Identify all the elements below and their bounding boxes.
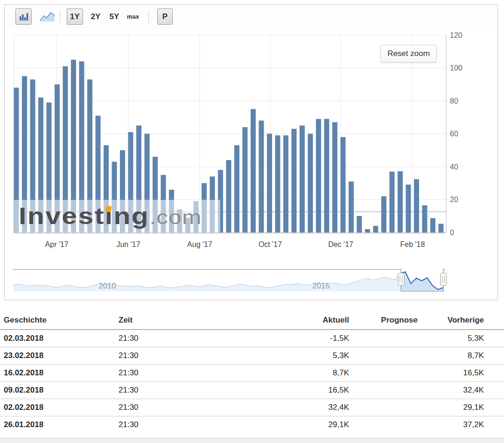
y-tick-label: 40 xyxy=(450,163,458,171)
bar[interactable] xyxy=(414,179,419,232)
cell-date: 02.02.2018 xyxy=(0,399,115,416)
cell-date: 02.03.2018 xyxy=(0,330,115,347)
cell-actual: 29,1K xyxy=(227,416,353,434)
bar[interactable] xyxy=(30,79,35,232)
bar[interactable] xyxy=(63,66,68,232)
bar[interactable] xyxy=(234,145,239,232)
bar[interactable] xyxy=(128,132,133,232)
bar[interactable] xyxy=(243,127,248,232)
bar[interactable] xyxy=(55,84,60,232)
history-row: 09.02.201821:3016,5K32,4K xyxy=(0,382,504,399)
bar[interactable] xyxy=(47,103,52,232)
cell-forecast xyxy=(353,416,421,434)
x-tick-label: Aug '17 xyxy=(187,240,212,248)
range-5y-button[interactable]: 5Y xyxy=(107,8,122,25)
bar[interactable] xyxy=(161,175,166,232)
bar[interactable] xyxy=(104,145,109,232)
bar[interactable] xyxy=(373,226,378,232)
cell-previous: 8,7K xyxy=(421,347,488,365)
bar[interactable] xyxy=(439,224,444,232)
history-row: 02.03.201821:30-1,5K5,3K xyxy=(0,330,504,347)
range-1y-button[interactable]: 1Y xyxy=(67,8,83,25)
bar[interactable] xyxy=(259,120,264,232)
bar[interactable] xyxy=(120,150,125,232)
cell-previous: 32,4K xyxy=(421,382,488,399)
bar[interactable] xyxy=(226,160,231,232)
bar[interactable] xyxy=(381,196,386,232)
cell-forecast xyxy=(353,365,421,382)
bar[interactable] xyxy=(275,135,280,232)
history-row: 02.02.201821:3032,4K29,1K xyxy=(0,399,504,416)
y-tick-label: 60 xyxy=(450,130,458,138)
bar[interactable] xyxy=(14,88,19,232)
bar[interactable] xyxy=(185,218,190,232)
cell-forecast xyxy=(353,399,421,416)
history-table: GeschichteZeitAktuellPrognoseVorherige 0… xyxy=(0,311,504,433)
nav-year-label: 2010 xyxy=(98,281,116,290)
bar[interactable] xyxy=(292,129,297,232)
col-header-prognose: Prognose xyxy=(353,311,421,330)
cell-actual: 5,3K xyxy=(227,347,353,365)
bar[interactable] xyxy=(153,157,158,232)
x-tick-label: Dec '17 xyxy=(328,240,353,248)
bar[interactable] xyxy=(357,216,362,232)
nav-year-label: 2015 xyxy=(312,281,330,290)
prognose-toggle-button[interactable]: P xyxy=(157,8,173,25)
cell-previous: 29,1K xyxy=(421,399,488,416)
y-tick-label: 100 xyxy=(450,64,462,72)
bar[interactable] xyxy=(218,170,223,232)
bar[interactable] xyxy=(71,60,76,232)
bar[interactable] xyxy=(390,172,395,232)
bar[interactable] xyxy=(316,119,321,232)
cell-date: 09.02.2018 xyxy=(0,382,115,399)
chart-type-bar-button[interactable] xyxy=(15,8,32,25)
bar[interactable] xyxy=(38,98,43,232)
bar[interactable] xyxy=(169,190,174,232)
cell-time: 21:30 xyxy=(115,416,227,434)
nav-area xyxy=(13,272,443,291)
col-header-geschichte: Geschichte xyxy=(0,311,115,330)
bar[interactable] xyxy=(308,134,313,233)
reset-zoom-button[interactable]: Reset zoom xyxy=(380,45,437,63)
main-chart[interactable]: 020406080100120Apr '17Jun '17Aug '17Oct … xyxy=(5,29,498,300)
cell-previous: 16,5K xyxy=(421,365,488,382)
bar-chart-icon xyxy=(19,12,29,22)
bar[interactable] xyxy=(251,109,256,232)
bar[interactable] xyxy=(202,183,207,232)
bar[interactable] xyxy=(145,134,150,233)
bar[interactable] xyxy=(22,76,27,232)
bar[interactable] xyxy=(398,171,403,232)
bar[interactable] xyxy=(349,182,354,232)
range-2y-button[interactable]: 2Y xyxy=(88,8,103,25)
cell-forecast xyxy=(353,347,421,365)
cell-actual: 16,5K xyxy=(227,382,353,399)
col-header-zeit: Zeit xyxy=(115,311,227,330)
bar[interactable] xyxy=(365,229,370,232)
bar[interactable] xyxy=(267,134,272,233)
bar[interactable] xyxy=(96,116,101,232)
cell-actual: 8,7K xyxy=(227,365,353,382)
bar[interactable] xyxy=(79,61,84,232)
y-tick-label: 0 xyxy=(450,229,454,237)
cell-date: 16.02.2018 xyxy=(0,365,115,382)
bar[interactable] xyxy=(406,184,411,232)
toolbar-divider xyxy=(60,10,60,23)
history-row: 23.02.201821:305,3K8,7K xyxy=(0,347,504,365)
bar[interactable] xyxy=(283,135,288,232)
bar[interactable] xyxy=(194,201,199,232)
bar[interactable] xyxy=(112,162,117,232)
bar[interactable] xyxy=(87,79,92,232)
bar[interactable] xyxy=(324,119,329,232)
bar[interactable] xyxy=(422,205,427,232)
bar[interactable] xyxy=(177,210,182,232)
chart-type-area-button[interactable] xyxy=(37,8,58,25)
bar[interactable] xyxy=(300,126,305,232)
bar[interactable] xyxy=(341,137,346,232)
range-max-button[interactable]: max xyxy=(125,8,141,25)
bar[interactable] xyxy=(210,176,215,232)
x-tick-label: Oct '17 xyxy=(259,240,282,248)
bar[interactable] xyxy=(136,126,141,232)
bar[interactable] xyxy=(332,122,337,232)
cell-date: 26.01.2018 xyxy=(0,416,115,434)
bar[interactable] xyxy=(430,218,435,232)
